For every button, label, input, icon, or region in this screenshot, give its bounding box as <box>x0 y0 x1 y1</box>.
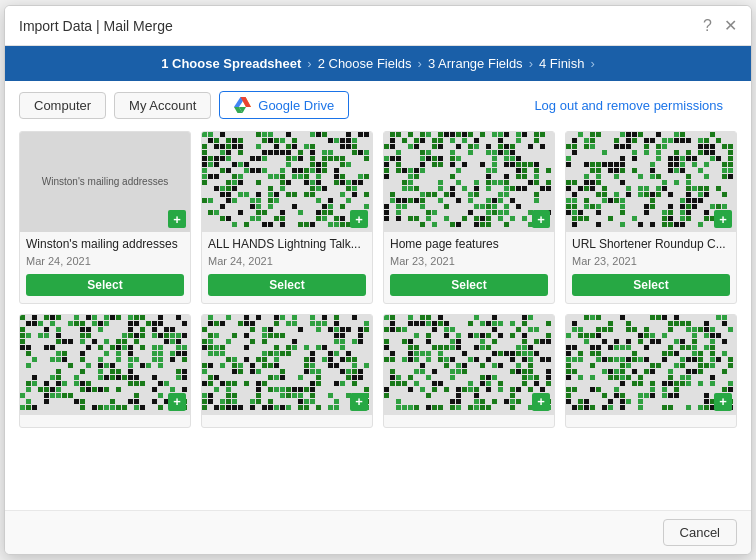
svg-rect-1309 <box>686 345 691 350</box>
svg-rect-142 <box>232 186 237 191</box>
svg-rect-254 <box>432 144 437 149</box>
log-out-link[interactable]: Log out and remove permissions <box>520 98 737 113</box>
svg-rect-756 <box>182 369 187 374</box>
svg-rect-1280 <box>650 333 655 338</box>
svg-rect-783 <box>164 381 169 386</box>
svg-rect-162 <box>352 192 357 197</box>
svg-rect-567 <box>602 198 607 203</box>
step-1[interactable]: 1 Choose Spreadsheet <box>161 56 301 71</box>
svg-rect-1295 <box>692 339 697 344</box>
svg-rect-1305 <box>626 345 631 350</box>
file-info-4: URL Shortener Roundup C...Mar 23, 2021 <box>566 232 736 274</box>
svg-rect-1230 <box>468 405 473 410</box>
svg-rect-1303 <box>614 345 619 350</box>
svg-rect-1088 <box>408 339 413 344</box>
svg-rect-1306 <box>644 345 649 350</box>
svg-rect-1239 <box>584 315 589 320</box>
svg-rect-1252 <box>668 321 673 326</box>
select-button-4[interactable]: Select <box>572 274 730 296</box>
svg-rect-823 <box>98 405 103 410</box>
svg-rect-565 <box>572 198 577 203</box>
google-drive-button[interactable]: Google Drive <box>219 91 349 119</box>
svg-rect-1335 <box>638 357 643 362</box>
svg-rect-455 <box>626 144 631 149</box>
svg-rect-198 <box>274 216 279 221</box>
svg-rect-753 <box>116 369 121 374</box>
svg-rect-1333 <box>626 357 631 362</box>
svg-rect-1087 <box>402 339 407 344</box>
svg-rect-640 <box>158 315 163 320</box>
svg-rect-1366 <box>668 369 673 374</box>
svg-rect-115 <box>280 174 285 179</box>
select-button-2[interactable]: Select <box>208 274 366 296</box>
svg-rect-157 <box>286 192 291 197</box>
close-icon[interactable]: ✕ <box>724 16 737 35</box>
select-button-3[interactable]: Select <box>390 274 548 296</box>
svg-rect-335 <box>534 180 539 185</box>
svg-rect-976 <box>334 381 339 386</box>
svg-rect-144 <box>280 186 285 191</box>
svg-rect-1086 <box>384 339 389 344</box>
svg-rect-717 <box>80 351 85 356</box>
files-grid: Winston's mailing addresses+Winston's ma… <box>5 123 751 510</box>
select-button-1[interactable]: Select <box>26 274 184 296</box>
svg-rect-153 <box>244 192 249 197</box>
svg-rect-228 <box>462 132 467 137</box>
svg-rect-1394 <box>728 381 733 386</box>
svg-rect-513 <box>698 168 703 173</box>
svg-rect-283 <box>456 156 461 161</box>
computer-button[interactable]: Computer <box>19 92 106 119</box>
svg-rect-1091 <box>456 339 461 344</box>
svg-rect-247 <box>498 138 503 143</box>
svg-rect-1262 <box>608 327 613 332</box>
file-name-3: Home page features <box>390 237 548 253</box>
svg-rect-59 <box>322 150 327 155</box>
svg-rect-233 <box>504 132 509 137</box>
svg-rect-887 <box>334 339 339 344</box>
svg-rect-490 <box>596 162 601 167</box>
svg-rect-39 <box>256 144 261 149</box>
svg-rect-867 <box>346 327 351 332</box>
svg-rect-181 <box>328 204 333 209</box>
svg-rect-37 <box>232 144 237 149</box>
svg-rect-301 <box>528 162 533 167</box>
svg-rect-1299 <box>572 345 577 350</box>
svg-rect-48 <box>202 150 207 155</box>
svg-rect-678 <box>134 333 139 338</box>
svg-rect-1294 <box>680 339 685 344</box>
svg-rect-160 <box>310 192 315 197</box>
svg-rect-959 <box>274 375 279 380</box>
svg-rect-733 <box>128 357 133 362</box>
svg-rect-457 <box>656 144 661 149</box>
svg-rect-684 <box>176 333 181 338</box>
svg-rect-1254 <box>680 321 685 326</box>
step-3[interactable]: 3 Arrange Fields <box>428 56 523 71</box>
svg-rect-1399 <box>614 387 619 392</box>
svg-rect-1269 <box>698 327 703 332</box>
svg-rect-475 <box>566 156 571 161</box>
svg-rect-1275 <box>584 333 589 338</box>
svg-rect-844 <box>208 321 213 326</box>
svg-rect-1368 <box>692 369 697 374</box>
svg-rect-33 <box>202 144 207 149</box>
svg-rect-400 <box>396 216 401 221</box>
my-account-button[interactable]: My Account <box>114 92 211 119</box>
svg-rect-1142 <box>540 357 545 362</box>
svg-rect-203 <box>340 216 345 221</box>
svg-rect-859 <box>250 327 255 332</box>
step-4[interactable]: 4 Finish <box>539 56 585 71</box>
svg-rect-1154 <box>414 369 419 374</box>
svg-rect-856 <box>334 321 339 326</box>
svg-rect-974 <box>310 381 315 386</box>
svg-rect-711 <box>158 345 163 350</box>
cancel-button[interactable]: Cancel <box>663 519 737 546</box>
svg-rect-356 <box>450 192 455 197</box>
step-2[interactable]: 2 Choose Fields <box>318 56 412 71</box>
svg-rect-1302 <box>608 345 613 350</box>
help-icon[interactable]: ? <box>703 17 712 35</box>
svg-rect-812 <box>128 399 133 404</box>
svg-rect-525 <box>728 174 733 179</box>
svg-rect-1117 <box>438 351 443 356</box>
svg-rect-350 <box>546 186 551 191</box>
svg-rect-712 <box>176 345 181 350</box>
